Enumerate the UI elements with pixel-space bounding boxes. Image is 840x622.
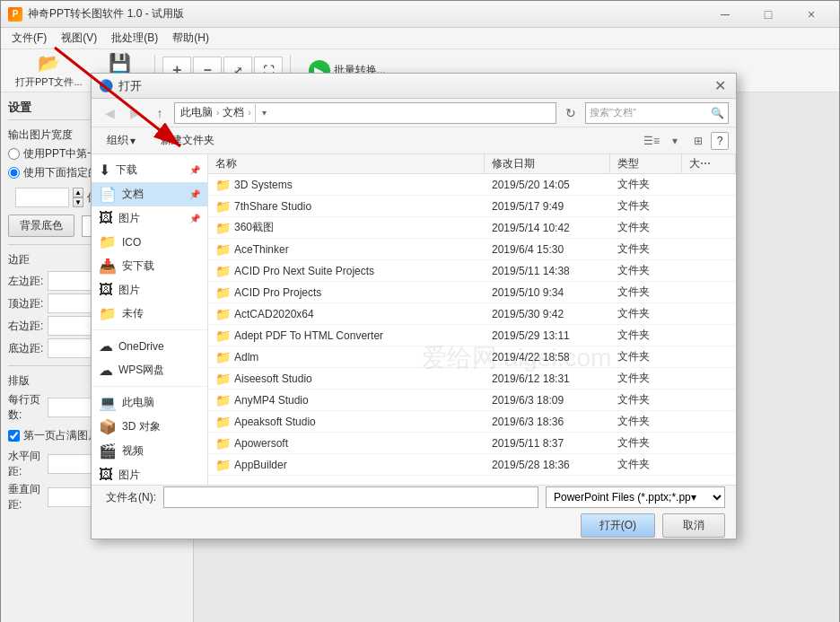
table-row[interactable]: 📁Apowersoft 2019/5/11 8:37 文件夹 (208, 433, 736, 454)
file-size-6 (682, 303, 736, 325)
file-size-10 (682, 390, 736, 411)
nav-item-pictures2[interactable]: 🖼 图片 (92, 278, 207, 302)
table-row[interactable]: 📁Adlm 2019/4/22 18:58 文件夹 (208, 346, 736, 368)
preview-toggle-button[interactable]: ⊞ (687, 130, 709, 152)
file-type-5: 文件夹 (610, 282, 682, 303)
menu-file[interactable]: 文件(F) (4, 28, 54, 49)
images-icon: 🖼 (99, 467, 113, 483)
table-row[interactable]: 📁AceThinker 2019/6/4 15:30 文件夹 (208, 239, 736, 260)
maximize-button[interactable]: □ (748, 1, 789, 28)
file-date-5: 2019/5/10 9:34 (485, 282, 610, 303)
nav-item-download[interactable]: ⬇ 下载 📌 (92, 158, 207, 182)
file-date-3: 2019/6/4 15:30 (485, 239, 610, 260)
nav-item-thispc[interactable]: 💻 此电脑 (92, 390, 207, 415)
cancel-button[interactable]: 取消 (662, 513, 725, 538)
title-controls: ─ □ × (704, 1, 832, 28)
file-size-13 (682, 454, 736, 476)
file-date-2: 2019/5/14 10:42 (485, 217, 610, 239)
nav-label-download: 下载 (116, 162, 137, 178)
dialog-title-icon: 🔵 (99, 79, 113, 92)
width-input[interactable]: 1000 (15, 188, 69, 207)
documents-icon: 📄 (99, 186, 117, 203)
view-dropdown-button[interactable]: ▾ (664, 130, 686, 152)
file-date-0: 2019/5/20 14:05 (485, 174, 610, 196)
first-page-checkbox[interactable] (8, 430, 20, 442)
file-date-7: 2019/5/29 13:11 (485, 325, 610, 346)
dialog-back-button[interactable]: ◀ (99, 102, 120, 124)
bg-color-button[interactable]: 背景底色 (8, 215, 74, 237)
minimize-button[interactable]: ─ (704, 1, 746, 28)
folder-icon-4: 📁 (215, 264, 231, 278)
table-row[interactable]: 📁ACID Pro Projects 2019/5/10 9:34 文件夹 (208, 282, 736, 303)
refresh-button[interactable]: ↻ (560, 102, 582, 124)
file-date-10: 2019/6/3 18:09 (485, 390, 610, 411)
organize-button[interactable]: 组织 ▾ (99, 129, 144, 152)
dialog-title-text: 打开 (118, 78, 142, 94)
close-button[interactable]: × (791, 1, 832, 28)
help-button[interactable]: ? (711, 132, 729, 150)
nav-item-videos[interactable]: 🎬 视频 (92, 439, 207, 463)
nav-label-wps: WPS网盘 (118, 363, 164, 378)
file-type-9: 文件夹 (610, 368, 682, 390)
filetype-select[interactable]: PowerPoint Files (*.pptx;*.pp▾ (546, 486, 725, 508)
nav-item-3dobjects[interactable]: 📦 3D 对象 (92, 415, 207, 439)
folder-icon-11: 📁 (215, 415, 231, 429)
open-ppt-button[interactable]: 📂 打开PPT文件... (8, 51, 90, 91)
nav-item-documents[interactable]: 📄 文档 📌 (92, 182, 207, 206)
dialog-forward-button[interactable]: ▶ (124, 102, 145, 124)
col-header-name[interactable]: 名称 (208, 154, 485, 174)
footer-filename-row: 文件名(N): PowerPoint Files (*.pptx;*.pp▾ (102, 486, 725, 508)
nav-label-3dobjects: 3D 对象 (122, 419, 161, 434)
filename-input[interactable] (163, 486, 538, 508)
nav-item-pictures[interactable]: 🖼 图片 📌 (92, 206, 207, 230)
file-size-8 (682, 346, 736, 368)
file-type-8: 文件夹 (610, 346, 682, 368)
width-spin-down[interactable]: ▼ (73, 197, 83, 207)
dialog-close-button[interactable]: ✕ (711, 77, 729, 95)
nav-item-images[interactable]: 🖼 图片 (92, 463, 207, 485)
notransfer-icon: 📁 (99, 305, 117, 322)
path-arrow-1: › (216, 108, 219, 118)
menu-bar: 文件(F) 视图(V) 批处理(B) 帮助(H) (1, 28, 839, 49)
new-folder-button[interactable]: 新建文件夹 (151, 129, 224, 152)
file-name-6: 📁ActCAD2020x64 (208, 303, 485, 325)
file-type-13: 文件夹 (610, 454, 682, 476)
radio-ppt-width-input[interactable] (8, 148, 20, 160)
table-row[interactable]: 📁ACID Pro Next Suite Projects 2019/5/11 … (208, 260, 736, 282)
menu-view[interactable]: 视图(V) (54, 28, 104, 49)
table-row[interactable]: 📁ActCAD2020x64 2019/5/30 9:42 文件夹 (208, 303, 736, 325)
menu-help[interactable]: 帮助(H) (165, 28, 216, 49)
table-row[interactable]: 📁Adept PDF To HTML Converter 2019/5/29 1… (208, 325, 736, 346)
nav-item-wps[interactable]: ☁ WPS网盘 (92, 358, 207, 382)
table-row[interactable]: 📁Apeaksoft Studio 2019/6/3 18:36 文件夹 (208, 411, 736, 433)
table-row[interactable]: 📁AnyMP4 Studio 2019/6/3 18:09 文件夹 (208, 390, 736, 411)
file-name-1: 📁7thShare Studio (208, 196, 485, 217)
nav-item-ico[interactable]: 📁 ICO (92, 230, 207, 254)
menu-batch[interactable]: 批处理(B) (104, 28, 165, 49)
open-button[interactable]: 打开(O) (581, 513, 655, 538)
col-header-date[interactable]: 修改日期 (485, 154, 610, 174)
open-label: 打开PPT文件... (15, 75, 83, 89)
radio-custom-width-input[interactable] (8, 167, 20, 179)
folder-icon-12: 📁 (215, 436, 231, 451)
nav-item-onedrive[interactable]: ☁ OneDrive (92, 334, 207, 358)
nav-item-notransfer[interactable]: 📁 未传 (92, 302, 207, 326)
file-size-1 (682, 196, 736, 217)
path-dropdown-button[interactable]: ▾ (255, 102, 273, 124)
view-toggle-button[interactable]: ☰≡ (641, 130, 662, 152)
col-header-type[interactable]: 类型 (610, 154, 682, 174)
table-row[interactable]: 📁AppBuilder 2019/5/28 18:36 文件夹 (208, 454, 736, 476)
search-icon[interactable]: 🔍 (711, 107, 724, 119)
col-header-size[interactable]: 大⋯ (682, 154, 736, 174)
table-row[interactable]: 📁7thShare Studio 2019/5/17 9:49 文件夹 (208, 196, 736, 217)
dialog-up-button[interactable]: ↑ (149, 102, 171, 124)
nav-item-andownload[interactable]: 📥 安下载 (92, 254, 207, 278)
table-row[interactable]: 📁360截图 2019/5/14 10:42 文件夹 (208, 217, 736, 239)
width-spin-up[interactable]: ▲ (73, 188, 83, 197)
file-type-6: 文件夹 (610, 303, 682, 325)
file-name-2: 📁360截图 (208, 217, 485, 239)
table-row[interactable]: 📁3D Systems 2019/5/20 14:05 文件夹 (208, 174, 736, 196)
table-row[interactable]: 📁Aiseesoft Studio 2019/6/12 18:31 文件夹 (208, 368, 736, 390)
search-placeholder: 搜索"文档" (590, 106, 709, 119)
file-size-0 (682, 174, 736, 196)
